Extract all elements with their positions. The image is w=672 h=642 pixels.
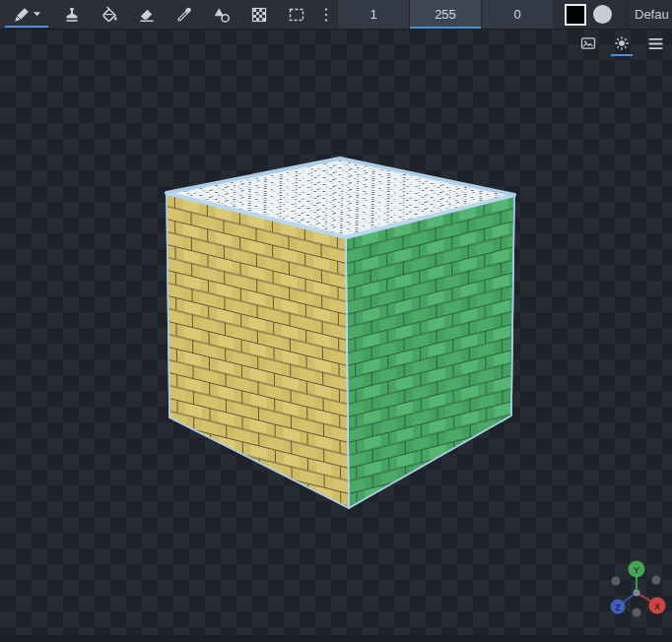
view-controls-bar (571, 31, 672, 56)
eyedropper-icon (174, 5, 194, 25)
main-toolbar: Defau (0, 0, 672, 30)
axis-z-label: Z (615, 603, 621, 612)
selection-rect-icon (287, 5, 306, 25)
brush-shape-circle-swatch[interactable] (593, 5, 612, 24)
stamp-icon (62, 5, 82, 25)
axis-x-label: X (654, 602, 660, 611)
shapes-icon (212, 5, 232, 25)
checker-pattern-icon (249, 5, 269, 25)
toolbar-number-input-2[interactable] (409, 0, 481, 29)
fill-bucket-icon (100, 5, 119, 25)
tool-more-options-button[interactable] (315, 0, 337, 29)
pen-icon (12, 5, 32, 25)
chevron-down-icon (33, 11, 41, 18)
voxel-editor-app: Y X Z (0, 0, 672, 642)
axis-y-label: Y (634, 565, 639, 575)
cube-face-left[interactable] (167, 193, 349, 508)
axis-neg-y-handle[interactable] (633, 609, 641, 617)
menu-button[interactable] (638, 31, 672, 56)
vertical-dots-icon (322, 5, 330, 25)
tool-stamp-button[interactable] (53, 0, 91, 29)
tool-fill-button[interactable] (91, 0, 128, 29)
gizmo-center (634, 590, 640, 597)
viewport-canvas[interactable]: Y X Z (0, 29, 672, 642)
tool-shapes-button[interactable] (203, 0, 240, 29)
bottom-strip (0, 635, 672, 642)
image-icon (579, 34, 597, 52)
tool-eraser-button[interactable] (128, 0, 166, 29)
voxel-cube (167, 159, 514, 508)
tool-color-picker-button[interactable] (166, 0, 203, 29)
toolbar-number-input-3[interactable] (481, 0, 553, 29)
axis-neg-z-handle[interactable] (652, 576, 661, 585)
hamburger-menu-icon (646, 34, 665, 53)
tool-selection-button[interactable] (278, 0, 315, 29)
axis-gizmo[interactable]: Y X Z (611, 561, 666, 617)
lighting-button[interactable] (605, 31, 638, 56)
sun-icon (613, 34, 631, 52)
image-view-button[interactable] (571, 31, 605, 56)
eraser-icon (137, 5, 157, 25)
toolbar-number-input-1[interactable] (337, 0, 409, 29)
viewport[interactable]: Y X Z (0, 29, 672, 642)
palette-dropdown[interactable]: Defau (627, 7, 672, 22)
tool-pen-button[interactable] (0, 0, 53, 29)
axis-neg-x-handle[interactable] (612, 577, 621, 586)
tool-dither-button[interactable] (240, 0, 278, 29)
brush-shape-square-swatch[interactable] (565, 4, 586, 26)
